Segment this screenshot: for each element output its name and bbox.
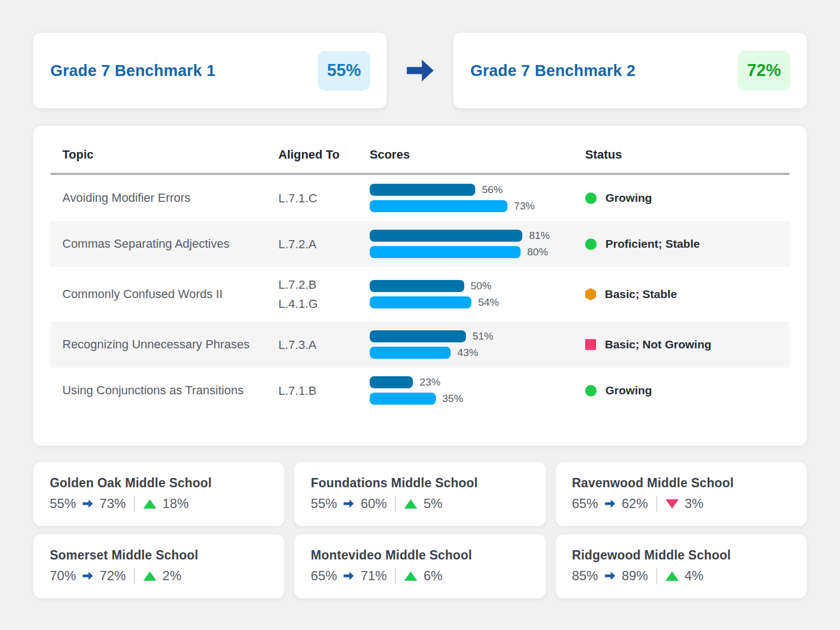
topic-rows: Avoiding Modifier Errors L.7.1.C 56% 73%… bbox=[50, 175, 790, 413]
column-header-status: Status bbox=[585, 148, 790, 162]
school-benchmark1-score: 85% bbox=[572, 568, 598, 584]
benchmark2-value: 54% bbox=[478, 296, 499, 308]
school-delta-value: 6% bbox=[423, 568, 442, 584]
benchmark1-value: 23% bbox=[419, 376, 440, 388]
status-label: Basic; Not Growing bbox=[605, 338, 711, 351]
benchmark1-bar bbox=[370, 330, 466, 342]
school-benchmark2-score: 71% bbox=[360, 568, 387, 584]
table-row: Avoiding Modifier Errors L.7.1.C 56% 73%… bbox=[50, 175, 790, 221]
stat-divider bbox=[134, 568, 135, 584]
table-header-row: Topic Aligned To Scores Status bbox=[50, 140, 790, 173]
arrow-right-icon bbox=[82, 571, 94, 581]
score-bars: 23% 35% bbox=[370, 376, 585, 405]
benchmark2-bar bbox=[370, 296, 471, 308]
benchmark1-value: 56% bbox=[482, 184, 503, 196]
school-delta-value: 2% bbox=[162, 568, 182, 584]
stat-divider bbox=[395, 568, 396, 584]
trend-up-triangle-icon bbox=[666, 571, 679, 581]
school-benchmark1-score: 55% bbox=[50, 496, 76, 511]
status-circle-icon bbox=[585, 385, 597, 396]
school-benchmark2-score: 89% bbox=[622, 568, 648, 584]
benchmark1-bar bbox=[370, 280, 464, 292]
status-square-icon bbox=[585, 339, 596, 350]
school-delta-value: 4% bbox=[685, 568, 704, 584]
school-stats: 85% 89% 4% bbox=[572, 568, 790, 584]
school-stats: 55% 73% 18% bbox=[50, 495, 268, 512]
school-benchmark1-score: 70% bbox=[50, 568, 76, 584]
school-stats: 55% 60% 5% bbox=[311, 495, 529, 512]
benchmark1-bar bbox=[370, 376, 413, 388]
benchmark1-bar-line: 23% bbox=[370, 376, 585, 388]
benchmark-arrow-gap bbox=[387, 33, 453, 108]
school-benchmark1-score: 65% bbox=[572, 496, 598, 511]
school-card: Montevideo Middle School 65% 71% 6% bbox=[294, 534, 545, 598]
school-stats: 65% 62% 3% bbox=[572, 495, 790, 512]
arrow-right-icon bbox=[604, 571, 616, 581]
school-benchmark2-score: 73% bbox=[100, 496, 126, 511]
benchmark2-value: 35% bbox=[442, 393, 463, 405]
benchmark-1-score-badge: 55% bbox=[318, 51, 370, 91]
school-card: Ravenwood Middle School 65% 62% 3% bbox=[556, 462, 807, 526]
standard-code: L.7.1.C bbox=[278, 189, 370, 208]
benchmark1-bar-line: 56% bbox=[370, 184, 585, 196]
benchmark2-bar-line: 43% bbox=[370, 347, 585, 359]
arrow-right-icon bbox=[82, 499, 94, 509]
trend-down-triangle-icon bbox=[666, 499, 679, 509]
school-card: Ridgewood Middle School 85% 89% 4% bbox=[556, 534, 807, 598]
benchmark1-value: 81% bbox=[529, 230, 550, 242]
table-row: Commonly Confused Words II L.7.2.BL.4.1.… bbox=[50, 267, 790, 322]
school-card: Golden Oak Middle School 55% 73% 18% bbox=[33, 462, 284, 526]
school-card: Somerset Middle School 70% 72% 2% bbox=[33, 534, 284, 598]
status-label: Growing bbox=[605, 191, 652, 205]
aligned-standards: L.7.3.A bbox=[278, 335, 370, 354]
stat-divider bbox=[395, 495, 396, 512]
arrow-right-icon bbox=[404, 58, 436, 83]
column-header-topic: Topic bbox=[50, 148, 278, 162]
score-bars: 81% 80% bbox=[370, 230, 585, 258]
benchmark-2-score-badge: 72% bbox=[738, 51, 790, 91]
topics-table: Topic Aligned To Scores Status Avoiding … bbox=[33, 126, 807, 446]
school-benchmark2-score: 62% bbox=[622, 496, 648, 511]
trend-up-triangle-icon bbox=[404, 499, 417, 509]
benchmark1-bar-line: 51% bbox=[370, 330, 585, 342]
topic-label: Commas Separating Adjectives bbox=[50, 237, 278, 251]
benchmark1-value: 51% bbox=[472, 330, 493, 342]
benchmark1-bar bbox=[370, 184, 475, 196]
aligned-standards: L.7.1.B bbox=[278, 381, 370, 400]
arrow-right-icon bbox=[343, 571, 354, 581]
score-bars: 56% 73% bbox=[370, 184, 585, 212]
score-bars: 51% 43% bbox=[370, 330, 585, 359]
topic-label: Commonly Confused Words II bbox=[50, 287, 278, 301]
trend-up-triangle-icon bbox=[143, 499, 156, 509]
topic-label: Avoiding Modifier Errors bbox=[50, 191, 278, 205]
school-name: Foundations Middle School bbox=[311, 476, 529, 491]
benchmark2-bar-line: 80% bbox=[370, 246, 585, 258]
status-label: Proficient; Stable bbox=[605, 237, 700, 250]
benchmark2-bar-line: 54% bbox=[370, 296, 585, 308]
school-stats: 65% 71% 6% bbox=[311, 568, 529, 584]
schools-grid: Golden Oak Middle School 55% 73% 18% Fou… bbox=[33, 462, 807, 598]
school-name: Ridgewood Middle School bbox=[572, 548, 790, 563]
status-hexagon-icon bbox=[585, 288, 596, 301]
benchmark-1-title: Grade 7 Benchmark 1 bbox=[50, 62, 215, 80]
school-benchmark1-score: 55% bbox=[311, 496, 337, 511]
benchmark-comparison: Grade 7 Benchmark 1 55% Grade 7 Benchmar… bbox=[33, 33, 807, 108]
school-benchmark2-score: 60% bbox=[360, 496, 387, 511]
status-label: Growing bbox=[605, 384, 652, 397]
school-delta-value: 18% bbox=[162, 496, 189, 511]
status-cell: Basic; Not Growing bbox=[585, 338, 790, 351]
standard-code: L.7.3.A bbox=[278, 335, 370, 354]
table-row: Recognizing Unnecessary Phrases L.7.3.A … bbox=[50, 322, 790, 368]
stat-divider bbox=[656, 568, 657, 584]
benchmark-2-card: Grade 7 Benchmark 2 72% bbox=[453, 33, 807, 108]
status-circle-icon bbox=[585, 192, 597, 204]
table-row: Using Conjunctions as Transitions L.7.1.… bbox=[50, 368, 790, 413]
benchmark-2-title: Grade 7 Benchmark 2 bbox=[470, 62, 635, 80]
status-label: Basic; Stable bbox=[605, 288, 677, 301]
trend-up-triangle-icon bbox=[404, 571, 417, 581]
school-card: Foundations Middle School 55% 60% 5% bbox=[294, 462, 545, 526]
benchmark2-bar bbox=[370, 393, 436, 405]
school-name: Ravenwood Middle School bbox=[572, 476, 790, 491]
status-cell: Proficient; Stable bbox=[585, 237, 790, 250]
score-bars: 50% 54% bbox=[370, 280, 585, 308]
